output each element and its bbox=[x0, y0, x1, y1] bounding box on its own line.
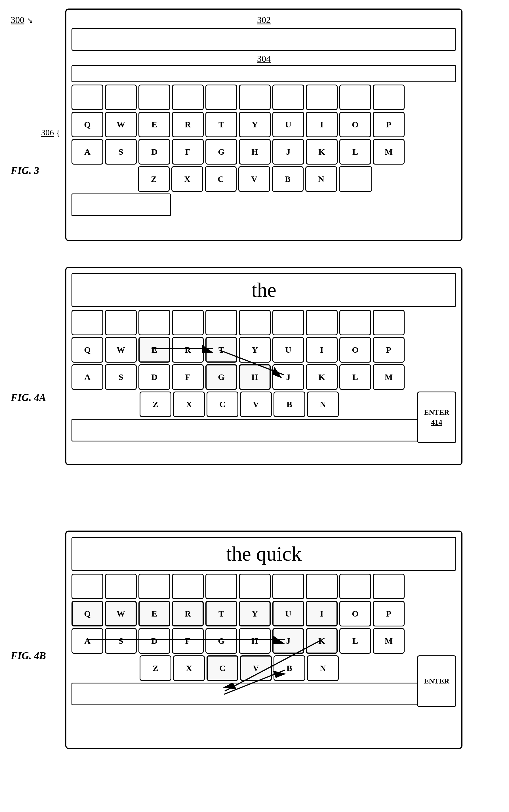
key-e[interactable]: E bbox=[138, 112, 170, 137]
key-blank-end[interactable] bbox=[339, 166, 372, 192]
key-d[interactable]: D bbox=[138, 139, 170, 165]
fig4a-key-l[interactable]: L bbox=[339, 364, 371, 390]
fig4b-enter-key[interactable]: ENTER bbox=[417, 655, 456, 707]
spacebar-fig3[interactable] bbox=[71, 194, 171, 216]
fig4a-key-x[interactable]: X bbox=[173, 392, 205, 417]
fig4a-special-2[interactable] bbox=[105, 310, 137, 335]
fig4a-enter-key[interactable]: ENTER 414 bbox=[417, 392, 456, 443]
fig4b-key-j[interactable]: J bbox=[272, 628, 304, 654]
fig4b-special-5[interactable] bbox=[205, 574, 237, 599]
fig4b-key-k[interactable]: K bbox=[306, 628, 338, 654]
special-key-4[interactable] bbox=[172, 84, 204, 110]
fig4b-key-w[interactable]: W bbox=[105, 601, 137, 627]
fig4b-special-3[interactable] bbox=[138, 574, 170, 599]
fig4b-key-a[interactable]: A bbox=[71, 628, 103, 654]
key-n[interactable]: N bbox=[305, 166, 337, 192]
special-key-8[interactable] bbox=[306, 84, 338, 110]
special-key-10[interactable] bbox=[373, 84, 405, 110]
key-h[interactable]: H bbox=[239, 139, 271, 165]
key-q[interactable]: Q bbox=[71, 112, 103, 137]
fig4b-key-i[interactable]: I bbox=[306, 601, 338, 627]
fig4a-special-4[interactable] bbox=[172, 310, 204, 335]
key-t[interactable]: T bbox=[205, 112, 237, 137]
fig4a-key-i[interactable]: I bbox=[306, 337, 338, 363]
special-key-5[interactable] bbox=[205, 84, 237, 110]
key-g[interactable]: G bbox=[205, 139, 237, 165]
fig4b-special-4[interactable] bbox=[172, 574, 204, 599]
key-u[interactable]: U bbox=[272, 112, 304, 137]
fig4b-input-box[interactable] bbox=[71, 683, 456, 705]
fig4b-key-y[interactable]: Y bbox=[239, 601, 271, 627]
fig4b-key-z[interactable]: Z bbox=[140, 655, 171, 681]
fig4a-special-9[interactable] bbox=[339, 310, 371, 335]
fig4a-key-r[interactable]: R bbox=[172, 337, 204, 363]
fig4a-key-w[interactable]: W bbox=[105, 337, 137, 363]
fig4a-key-g[interactable]: G bbox=[205, 364, 237, 390]
special-key-7[interactable] bbox=[272, 84, 304, 110]
fig4b-key-n[interactable]: N bbox=[307, 655, 339, 681]
fig4b-special-6[interactable] bbox=[239, 574, 271, 599]
fig4b-key-r[interactable]: R bbox=[172, 601, 204, 627]
fig4a-key-u[interactable]: U bbox=[272, 337, 304, 363]
key-o[interactable]: O bbox=[339, 112, 371, 137]
special-key-2[interactable] bbox=[105, 84, 137, 110]
key-v[interactable]: V bbox=[238, 166, 270, 192]
fig4a-key-n[interactable]: N bbox=[307, 392, 339, 417]
key-c[interactable]: C bbox=[205, 166, 237, 192]
fig4a-key-y[interactable]: Y bbox=[239, 337, 271, 363]
special-key-3[interactable] bbox=[138, 84, 170, 110]
key-m[interactable]: M bbox=[373, 139, 405, 165]
fig4b-special-9[interactable] bbox=[339, 574, 371, 599]
special-key-1[interactable] bbox=[71, 84, 103, 110]
key-y[interactable]: Y bbox=[239, 112, 271, 137]
fig4b-key-q[interactable]: Q bbox=[71, 601, 103, 627]
key-k[interactable]: K bbox=[306, 139, 338, 165]
key-w[interactable]: W bbox=[105, 112, 137, 137]
fig4b-key-s[interactable]: S bbox=[105, 628, 137, 654]
key-i[interactable]: I bbox=[306, 112, 338, 137]
fig4a-special-1[interactable] bbox=[71, 310, 103, 335]
fig4a-key-t[interactable]: T bbox=[205, 337, 237, 363]
fig4a-special-10[interactable] bbox=[373, 310, 405, 335]
key-r[interactable]: R bbox=[172, 112, 204, 137]
fig4a-special-8[interactable] bbox=[306, 310, 338, 335]
fig4a-special-3[interactable] bbox=[138, 310, 170, 335]
fig4a-key-v[interactable]: V bbox=[240, 392, 272, 417]
fig4b-key-d[interactable]: D bbox=[138, 628, 170, 654]
fig4b-key-o[interactable]: O bbox=[339, 601, 371, 627]
fig4a-key-a[interactable]: A bbox=[71, 364, 103, 390]
fig4a-key-m[interactable]: M bbox=[373, 364, 405, 390]
fig4a-key-s[interactable]: S bbox=[105, 364, 137, 390]
fig4a-special-5[interactable] bbox=[205, 310, 237, 335]
fig4b-special-1[interactable] bbox=[71, 574, 103, 599]
fig4b-key-v[interactable]: V bbox=[240, 655, 272, 681]
fig4b-key-c[interactable]: C bbox=[207, 655, 238, 681]
fig4b-key-g[interactable]: G bbox=[205, 628, 237, 654]
fig4b-special-10[interactable] bbox=[373, 574, 405, 599]
fig4a-special-6[interactable] bbox=[239, 310, 271, 335]
fig4a-key-h[interactable]: H bbox=[239, 364, 271, 390]
key-l[interactable]: L bbox=[339, 139, 371, 165]
fig4a-key-f[interactable]: F bbox=[172, 364, 204, 390]
fig4a-key-b[interactable]: B bbox=[273, 392, 305, 417]
fig4a-input-box[interactable] bbox=[71, 419, 456, 441]
fig4b-key-f[interactable]: F bbox=[172, 628, 204, 654]
fig4b-key-u[interactable]: U bbox=[272, 601, 304, 627]
fig4a-key-j[interactable]: J bbox=[272, 364, 304, 390]
fig4a-key-k[interactable]: K bbox=[306, 364, 338, 390]
fig4a-key-p[interactable]: P bbox=[373, 337, 405, 363]
fig4a-key-c[interactable]: C bbox=[207, 392, 238, 417]
key-s[interactable]: S bbox=[105, 139, 137, 165]
fig4b-special-7[interactable] bbox=[272, 574, 304, 599]
fig4a-key-q[interactable]: Q bbox=[71, 337, 103, 363]
fig4a-special-7[interactable] bbox=[272, 310, 304, 335]
fig4b-key-t[interactable]: T bbox=[205, 601, 237, 627]
fig4a-key-e[interactable]: E bbox=[138, 337, 170, 363]
fig4b-special-2[interactable] bbox=[105, 574, 137, 599]
special-key-9[interactable] bbox=[339, 84, 371, 110]
fig4a-key-z[interactable]: Z bbox=[140, 392, 171, 417]
key-z[interactable]: Z bbox=[138, 166, 170, 192]
fig4a-key-o[interactable]: O bbox=[339, 337, 371, 363]
fig4b-special-8[interactable] bbox=[306, 574, 338, 599]
special-key-6[interactable] bbox=[239, 84, 271, 110]
